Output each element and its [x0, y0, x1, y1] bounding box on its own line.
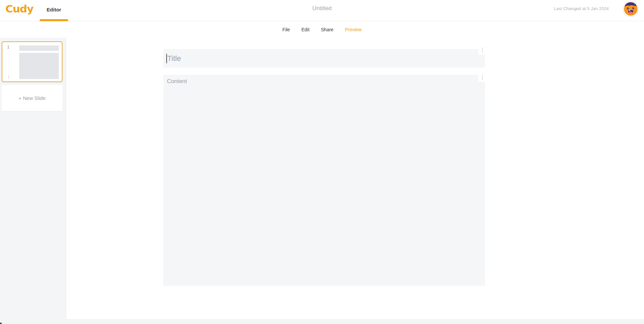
thumbnail-title-placeholder — [19, 45, 59, 51]
avatar-face-icon — [623, 1, 639, 17]
title-inner: Title — [163, 54, 181, 63]
title-placeholder-text: Title — [167, 54, 181, 63]
new-slide-label: + New Slide — [18, 95, 45, 101]
last-changed-label: Last Changed at 5 Jan 2024 — [554, 6, 609, 11]
user-avatar[interactable] — [623, 1, 639, 17]
scrollbar-corner — [0, 323, 2, 324]
menu-preview[interactable]: Preview — [345, 27, 362, 32]
document-menubar: File Edit Share Preview — [0, 21, 644, 38]
slide-thumbnail-1[interactable]: 1 ⋮ — [2, 41, 62, 82]
app-header: Cudy Editor Untitled Last Changed at 5 J… — [0, 0, 644, 21]
text-caret — [166, 54, 167, 63]
menu-edit[interactable]: Edit — [301, 27, 309, 32]
content-placeholder-text: Content — [167, 78, 187, 85]
menu-share[interactable]: Share — [321, 27, 333, 32]
slide-title-field[interactable]: Title ⋮ — [163, 49, 485, 68]
slide-number: 1 — [7, 44, 9, 49]
slide-options-kebab-icon[interactable]: ⋮ — [5, 74, 12, 80]
document-title[interactable]: Untitled — [0, 5, 644, 12]
content-options-kebab-icon[interactable]: ⋮ — [478, 73, 486, 82]
thumbnail-content-placeholder — [19, 53, 59, 79]
new-slide-button[interactable]: + New Slide — [2, 85, 62, 111]
tab-active-underline — [40, 19, 68, 21]
menu-file[interactable]: File — [283, 27, 290, 32]
slides-sidebar: 1 ⋮ + New Slide — [0, 38, 66, 319]
title-options-kebab-icon[interactable]: ⋮ — [478, 45, 486, 55]
slide-content-field[interactable]: Content ⋮ — [163, 75, 485, 286]
bottom-status-strip — [0, 319, 644, 324]
